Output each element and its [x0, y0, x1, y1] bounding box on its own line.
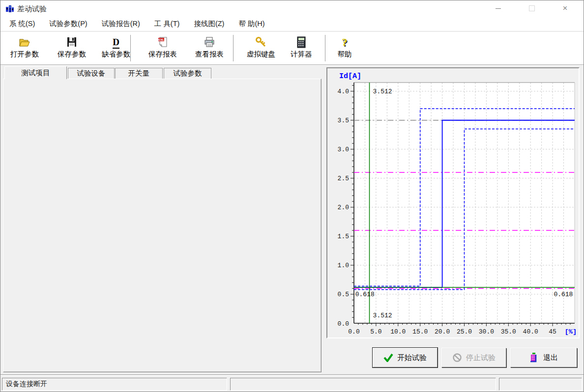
svg-text:0.618: 0.618	[355, 291, 375, 298]
save-params-button[interactable]: 保存参数	[51, 34, 92, 62]
tab-test-items[interactable]: 测试项目	[4, 66, 67, 79]
tab-test-device[interactable]: 试验设备	[68, 68, 115, 79]
svg-text:1.0: 1.0	[338, 262, 349, 269]
menu-test-report[interactable]: 试验报告(R)	[102, 19, 140, 28]
menu-bar: 系 统(S) 试验参数(P) 试验报告(R) 工 具(T) 接线图(Z) 帮 助…	[0, 17, 584, 31]
svg-text:0.0: 0.0	[348, 328, 359, 336]
svg-text:1.5: 1.5	[338, 233, 349, 240]
svg-text:40.0: 40.0	[523, 328, 538, 336]
virtual-keyboard-button[interactable]: 虚拟键盘	[239, 34, 283, 62]
floppy-disk-icon	[66, 34, 78, 49]
exit-door-icon	[529, 352, 539, 363]
save-report-button[interactable]: EXL 保存报表	[141, 34, 184, 62]
svg-text:3.5: 3.5	[338, 117, 349, 124]
excel-report-icon: EXL	[156, 34, 169, 49]
connection-status: 设备连接断开	[2, 378, 227, 391]
svg-text:45: 45	[549, 328, 556, 336]
toolbar-separator	[233, 35, 235, 61]
menu-test-params[interactable]: 试验参数(P)	[49, 19, 87, 28]
calculator-icon	[296, 34, 307, 49]
title-bar: 差动试验 ×	[0, 0, 584, 17]
minimize-button[interactable]	[487, 0, 509, 16]
menu-help[interactable]: 帮 助(H)	[238, 19, 264, 28]
close-button[interactable]: ×	[554, 0, 576, 16]
chart-panel: 0.00.51.01.52.02.53.03.54.00.05.010.015.…	[326, 67, 580, 338]
exit-button[interactable]: 退出	[510, 348, 577, 367]
toolbar-separator	[325, 35, 327, 61]
svg-text:3.512: 3.512	[373, 88, 392, 95]
stop-test-button: 停止试验	[441, 348, 506, 367]
printer-icon	[203, 34, 216, 49]
differential-chart: 0.00.51.01.52.02.53.03.54.00.05.010.015.…	[327, 68, 579, 337]
svg-text:0.0: 0.0	[338, 320, 349, 328]
svg-text:Id[A]: Id[A]	[339, 72, 361, 81]
app-window: 差动试验 × 系 统(S) 试验参数(P) 试验报告(R) 工 具(T) 接线图…	[0, 0, 584, 392]
svg-text:5.0: 5.0	[370, 328, 381, 336]
svg-text:25.0: 25.0	[457, 328, 472, 336]
svg-text:[%]: [%]	[565, 328, 577, 336]
calculator-button[interactable]: 计算器	[281, 34, 322, 62]
menu-wiring-diagram[interactable]: 接线图(Z)	[194, 19, 224, 28]
svg-text:35.0: 35.0	[501, 328, 516, 336]
test-items-page	[3, 79, 321, 372]
svg-text:2.5: 2.5	[338, 175, 349, 182]
view-report-button[interactable]: 查看报表	[188, 34, 231, 62]
svg-text:30.0: 30.0	[479, 328, 494, 336]
status-panel	[230, 378, 496, 391]
svg-text:15.0: 15.0	[412, 328, 428, 336]
svg-text:20.0: 20.0	[435, 328, 450, 336]
prohibition-icon	[452, 353, 462, 363]
app-icon	[5, 4, 14, 13]
start-test-button[interactable]: 开始试验	[373, 348, 438, 367]
svg-text:0.5: 0.5	[338, 291, 349, 298]
svg-text:3.512: 3.512	[373, 312, 392, 319]
menu-system[interactable]: 系 统(S)	[9, 19, 35, 28]
tab-test-params[interactable]: 试验参数	[164, 68, 211, 79]
svg-text:2.0: 2.0	[338, 204, 349, 211]
toolbar: 打开参数 保存参数 D 缺省参数 EXL 保存报表 查看报表	[0, 32, 584, 65]
open-params-button[interactable]: 打开参数	[4, 34, 45, 62]
open-folder-icon	[18, 34, 31, 49]
svg-text:4.0: 4.0	[338, 88, 349, 95]
svg-text:10.0: 10.0	[390, 328, 406, 336]
status-bar: 设备连接断开	[0, 375, 584, 392]
check-icon	[383, 353, 393, 362]
svg-text:3.0: 3.0	[338, 146, 349, 153]
svg-text:0.618: 0.618	[554, 291, 573, 298]
maximize-button[interactable]	[521, 0, 543, 16]
toolbar-separator	[130, 35, 132, 61]
tab-switch-values[interactable]: 开关量	[115, 68, 163, 79]
letter-d-icon: D	[113, 34, 119, 49]
svg-text:EXL: EXL	[158, 38, 164, 41]
window-title: 差动试验	[17, 4, 47, 14]
status-panel	[499, 378, 582, 391]
key-icon	[255, 34, 267, 49]
help-button[interactable]: ? 帮助	[331, 34, 358, 62]
menu-tools[interactable]: 工 具(T)	[154, 19, 180, 28]
question-mark-icon: ?	[342, 34, 348, 49]
